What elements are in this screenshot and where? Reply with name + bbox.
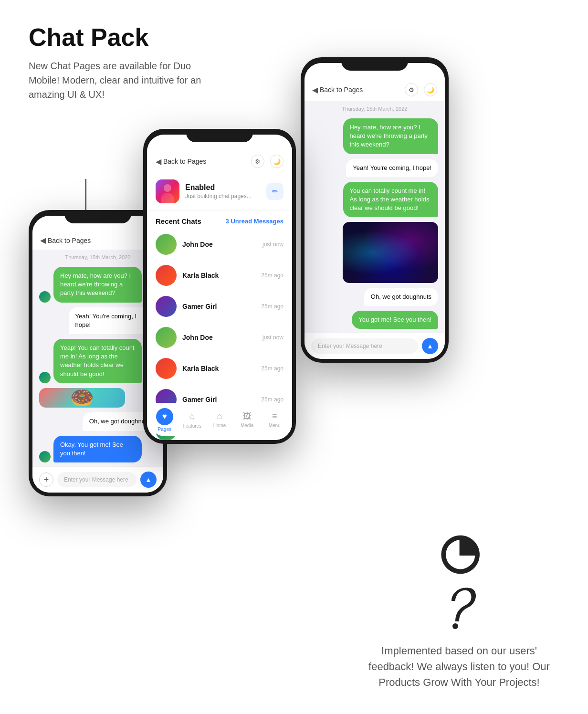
chat-name-1: John Doe	[182, 241, 213, 248]
main-title: Chat Pack	[29, 24, 229, 51]
chat-info-5: Karla Black	[182, 364, 261, 373]
back-arrow-center: ◀	[156, 157, 161, 166]
back-label-center: Back to Pages	[163, 158, 206, 165]
left-send-btn[interactable]: ▲	[140, 472, 157, 488]
tab-media-icon: 🖼	[243, 411, 252, 421]
tab-features-icon: ☆	[188, 411, 196, 422]
right-moon-icon[interactable]: 🌙	[424, 83, 437, 96]
left-input-bar: + Enter your Message here ▲	[32, 466, 163, 493]
chat-name-6: Gamer Girl	[182, 396, 217, 403]
chat-item-2[interactable]: Karla Black 25m ago	[147, 260, 292, 291]
settings-icon-btn[interactable]: ⚙	[251, 155, 264, 168]
right-nav-icons: ⚙ 🌙	[405, 83, 437, 96]
bottom-text: Implemented based on our users' feedback…	[359, 643, 559, 690]
recent-header: Recent Chats 3 Unread Messages	[147, 210, 292, 229]
msg-right-4: Oh, we got doughnuts	[364, 288, 438, 306]
chat-avatar-4	[156, 327, 177, 348]
chat-item-4[interactable]: John Doe just now	[147, 322, 292, 353]
svg-point-4	[452, 623, 458, 629]
msg-left-3: Yeap! You can totally count me in! As lo…	[53, 339, 142, 383]
tab-media-label: Media	[241, 423, 253, 428]
tab-pages-label: Pages	[158, 427, 171, 432]
bottom-section: ◔ Implemented based on our users' feedba…	[359, 528, 559, 690]
right-back-arrow: ◀	[312, 85, 318, 94]
msg-left-5: Okay. You got me! See you then!	[53, 436, 142, 462]
chat-avatar-5	[156, 358, 177, 379]
tab-bar: ♥ Pages ☆ Features ⌂ Home 🖼 Media ≡ M	[151, 403, 288, 436]
chat-avatar-1	[156, 234, 177, 255]
page-container: Chat Pack New Chat Pages are available f…	[0, 0, 588, 714]
tab-features-label: Features	[183, 423, 201, 429]
chat-avatar-2	[156, 265, 177, 286]
profile-status: Just building chat pages...	[185, 193, 266, 200]
right-settings-icon[interactable]: ⚙	[405, 83, 418, 96]
msg-right-5: You got me! See you then!	[352, 311, 438, 329]
phone-screen-right: ◀ Back to Pages ⚙ 🌙 Thursday, 15th March…	[304, 63, 445, 359]
left-back-label: Back to Pages	[48, 237, 91, 244]
moon-icon-btn[interactable]: 🌙	[270, 155, 284, 168]
chat-info-3: Gamer Girl	[182, 302, 261, 311]
right-neon-image	[343, 222, 438, 283]
phone-center: ◀ Back to Pages ⚙ 🌙	[143, 129, 296, 444]
chat-item-5[interactable]: Karla Black 25m ago	[147, 353, 292, 384]
chat-name-2: Karla Black	[182, 272, 219, 279]
edit-button[interactable]: ✏	[266, 183, 284, 200]
left-back-arrow: ◀	[40, 236, 46, 245]
phone-notch-center	[186, 129, 253, 142]
recent-title: Recent Chats	[156, 217, 201, 225]
profile-avatar	[156, 179, 179, 203]
left-avatar-3	[39, 451, 51, 462]
nav-icons-center: ⚙ 🌙	[251, 155, 284, 168]
tab-menu[interactable]: ≡ Menu	[261, 411, 288, 428]
chat-info-4: John Doe	[182, 333, 262, 342]
chat-time-1: just now	[262, 241, 284, 248]
chat-avatar-3	[156, 296, 177, 317]
left-avatar-1	[39, 291, 51, 303]
right-input-field[interactable]: Enter your Message here	[311, 338, 418, 354]
chat-info-1: John Doe	[182, 240, 262, 249]
tab-menu-icon: ≡	[272, 411, 277, 421]
chat-time-6: 25m ago	[261, 396, 284, 403]
nav-back-center[interactable]: ◀ Back to Pages	[156, 157, 206, 166]
chat-item-3[interactable]: Gamer Girl 25m ago	[147, 291, 292, 322]
tab-menu-label: Menu	[269, 423, 281, 428]
tab-features[interactable]: ☆ Features	[178, 411, 206, 429]
left-input-field[interactable]: Enter your Message here	[57, 472, 136, 487]
chat-time-5: 25m ago	[261, 365, 284, 372]
right-back-label: Back to Pages	[320, 86, 363, 94]
tab-home-label: Home	[213, 423, 226, 428]
right-input-bar: Enter your Message here ▲	[304, 333, 445, 359]
chat-time-2: 25m ago	[261, 272, 284, 279]
left-donuts-image: 🍩	[39, 388, 125, 408]
chat-name-4: John Doe	[182, 334, 213, 341]
chat-time-4: just now	[262, 334, 284, 341]
phone-notch-left	[64, 210, 131, 223]
left-avatar-2	[39, 372, 51, 383]
right-send-btn[interactable]: ▲	[422, 338, 438, 354]
chat-item-1[interactable]: John Doe just now	[147, 229, 292, 260]
right-messages: Hey mate, how are you? I heard we're thr…	[304, 115, 445, 333]
neon-ice-visual	[343, 222, 438, 283]
phone-screen-center: ◀ Back to Pages ⚙ 🌙	[147, 135, 292, 440]
tab-home[interactable]: ⌂ Home	[206, 411, 233, 428]
profile-name: Enabled	[185, 183, 266, 192]
left-plus-btn[interactable]: +	[39, 472, 53, 487]
phone-right: ◀ Back to Pages ⚙ 🌙 Thursday, 15th March…	[301, 57, 449, 363]
ear-icon: ◔	[359, 528, 559, 576]
right-conv-screen: ◀ Back to Pages ⚙ 🌙 Thursday, 15th March…	[304, 63, 445, 359]
left-image-bubble: 🍩	[39, 388, 125, 408]
left-nav-back[interactable]: ◀ Back to Pages	[40, 236, 91, 245]
profile-info: Enabled Just building chat pages...	[185, 183, 266, 200]
main-subtitle: New Chat Pages are available for Duo Mob…	[29, 59, 210, 102]
msg-right-3: You can totally count me in! As long as …	[343, 182, 439, 218]
tab-media[interactable]: 🖼 Media	[233, 411, 261, 428]
msg-right-2: Yeah! You're coming, I hope!	[346, 159, 438, 177]
right-nav-back[interactable]: ◀ Back to Pages	[312, 85, 363, 94]
ear-svg	[435, 581, 483, 633]
header-section: Chat Pack New Chat Pages are available f…	[29, 24, 229, 102]
chat-name-5: Karla Black	[182, 365, 219, 372]
tab-home-icon: ⌂	[217, 411, 222, 421]
unread-badge: 3 Unread Messages	[226, 218, 284, 225]
chat-name-3: Gamer Girl	[182, 303, 217, 310]
tab-pages[interactable]: ♥ Pages	[151, 408, 178, 432]
